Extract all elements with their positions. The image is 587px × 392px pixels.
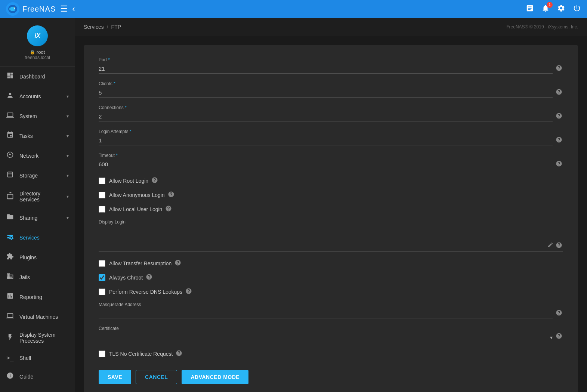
form-buttons: SAVE CANCEL ADVANCED MODE	[99, 370, 563, 384]
network-icon	[6, 151, 14, 160]
tls-no-cert-request-row: TLS No Certificate Request	[99, 350, 563, 358]
user-host: freenas.local	[25, 55, 50, 60]
masquerade-address-label: Masquerade Address	[99, 302, 563, 307]
notes-button[interactable]	[526, 4, 534, 14]
login-attempts-input[interactable]	[99, 136, 553, 145]
allow-local-user-login-checkbox[interactable]	[99, 206, 105, 213]
timeout-label: Timeout *	[99, 153, 563, 158]
allow-transfer-resumption-help-icon[interactable]	[174, 259, 182, 268]
certificate-label: Certificate	[99, 326, 553, 331]
port-field: Port *	[99, 57, 563, 74]
shell-icon: >_	[6, 354, 14, 361]
always-chroot-label: Always Chroot	[109, 274, 153, 282]
avatar: iX	[27, 25, 48, 46]
reporting-icon	[6, 292, 14, 302]
sidebar-item-plugins[interactable]: Plugins	[0, 247, 75, 267]
logo-area: FreeNAS	[6, 2, 56, 16]
sidebar-item-storage[interactable]: Storage ▾	[0, 166, 75, 185]
tls-no-cert-request-checkbox[interactable]	[99, 351, 105, 357]
directory-services-arrow: ▾	[67, 194, 69, 199]
save-button[interactable]: SAVE	[99, 370, 131, 384]
timeout-input[interactable]	[99, 160, 553, 169]
always-chroot-row: Always Chroot	[99, 274, 563, 282]
allow-local-user-login-help-icon[interactable]	[165, 205, 173, 213]
clients-help-icon[interactable]	[556, 89, 563, 97]
textarea-edit-icon[interactable]	[547, 242, 553, 250]
sidebar-item-system[interactable]: System ▾	[0, 106, 75, 126]
certificate-help-icon[interactable]	[556, 333, 563, 341]
port-help-icon[interactable]	[556, 65, 563, 73]
app-name-label: FreeNAS	[22, 5, 56, 13]
cancel-button[interactable]: CANCEL	[136, 370, 177, 384]
system-icon	[6, 111, 14, 121]
perform-reverse-dns-row: Perform Reverse DNS Lookups	[99, 288, 563, 296]
sidebar-item-network[interactable]: Network ▾	[0, 146, 75, 166]
allow-transfer-resumption-checkbox[interactable]	[99, 260, 105, 267]
sidebar-item-guide[interactable]: Guide	[0, 367, 75, 386]
certificate-select[interactable]	[99, 333, 550, 342]
storage-arrow: ▾	[67, 173, 69, 178]
allow-root-login-checkbox[interactable]	[99, 178, 105, 184]
lock-icon: 🔒	[30, 50, 35, 55]
sidebar-item-sharing[interactable]: Sharing ▾	[0, 208, 75, 228]
clients-input[interactable]	[99, 88, 553, 98]
nav-icons: 1	[526, 4, 581, 14]
sharing-icon	[6, 213, 14, 222]
allow-anonymous-login-help-icon[interactable]	[168, 191, 175, 199]
breadcrumb: Services / FTP	[84, 24, 121, 30]
login-attempts-label: Login Attempts *	[99, 129, 563, 134]
allow-root-login-help-icon[interactable]	[151, 177, 159, 185]
advanced-mode-button[interactable]: ADVANCED MODE	[182, 370, 248, 384]
always-chroot-help-icon[interactable]	[146, 274, 153, 282]
timeout-help-icon[interactable]	[556, 160, 563, 169]
login-attempts-help-icon[interactable]	[556, 136, 563, 145]
accounts-arrow: ▾	[67, 94, 69, 99]
display-login-label: Display Login	[99, 219, 563, 225]
perform-reverse-dns-checkbox[interactable]	[99, 288, 105, 295]
sidebar: iX 🔒 root freenas.local Dashboard Accoun…	[0, 18, 75, 392]
system-arrow: ▾	[67, 114, 69, 119]
connections-input[interactable]	[99, 112, 553, 121]
sidebar-item-reporting[interactable]: Reporting	[0, 287, 75, 307]
hamburger-button[interactable]: ☰	[60, 4, 68, 14]
user-name: 🔒 root	[30, 49, 45, 55]
connections-help-icon[interactable]	[556, 112, 563, 121]
sidebar-item-dashboard[interactable]: Dashboard	[0, 67, 75, 86]
allow-local-user-login-label: Allow Local User Login	[109, 205, 173, 213]
display-login-help-icon[interactable]	[556, 242, 563, 250]
allow-transfer-resumption-row: Allow Transfer Resumption	[99, 259, 563, 268]
masquerade-address-help-icon[interactable]	[556, 309, 563, 318]
tls-no-cert-request-help-icon[interactable]	[176, 350, 183, 358]
power-button[interactable]	[573, 4, 581, 14]
tls-no-cert-request-label: TLS No Certificate Request	[109, 350, 183, 358]
sidebar-item-virtual-machines[interactable]: Virtual Machines	[0, 307, 75, 327]
sidebar-item-display-system-processes[interactable]: Display System Processes	[0, 327, 75, 349]
perform-reverse-dns-label: Perform Reverse DNS Lookups	[109, 288, 193, 296]
sidebar-item-tasks[interactable]: Tasks ▾	[0, 126, 75, 146]
breadcrumb-bar: Services / FTP FreeNAS® © 2019 - iXsyste…	[75, 18, 587, 36]
storage-icon	[6, 171, 14, 180]
sidebar-item-directory-services[interactable]: Directory Services ▾	[0, 185, 75, 208]
breadcrumb-parent[interactable]: Services	[84, 24, 104, 30]
notifications-button[interactable]: 1	[541, 4, 550, 14]
tasks-arrow: ▾	[67, 133, 69, 139]
network-arrow: ▾	[67, 153, 69, 158]
sidebar-item-jails[interactable]: Jails	[0, 267, 75, 287]
sidebar-item-shell[interactable]: >_ Shell	[0, 349, 75, 367]
certificate-field: Certificate ▾	[99, 326, 563, 342]
back-button[interactable]: ‹	[72, 4, 75, 14]
port-input[interactable]	[99, 64, 553, 74]
dashboard-icon	[6, 72, 14, 81]
jails-icon	[6, 272, 14, 282]
notification-badge: 1	[547, 2, 553, 8]
always-chroot-checkbox[interactable]	[99, 274, 105, 281]
allow-anonymous-login-checkbox[interactable]	[99, 192, 105, 198]
allow-root-login-label: Allow Root Login	[109, 177, 159, 185]
sidebar-item-services[interactable]: Services	[0, 228, 75, 247]
masquerade-address-input[interactable]	[99, 309, 553, 318]
sidebar-item-accounts[interactable]: Accounts ▾	[0, 86, 75, 106]
virtual-machines-icon	[6, 312, 14, 321]
display-login-textarea[interactable]	[99, 228, 563, 250]
settings-button[interactable]	[557, 4, 565, 14]
perform-reverse-dns-help-icon[interactable]	[185, 288, 193, 296]
